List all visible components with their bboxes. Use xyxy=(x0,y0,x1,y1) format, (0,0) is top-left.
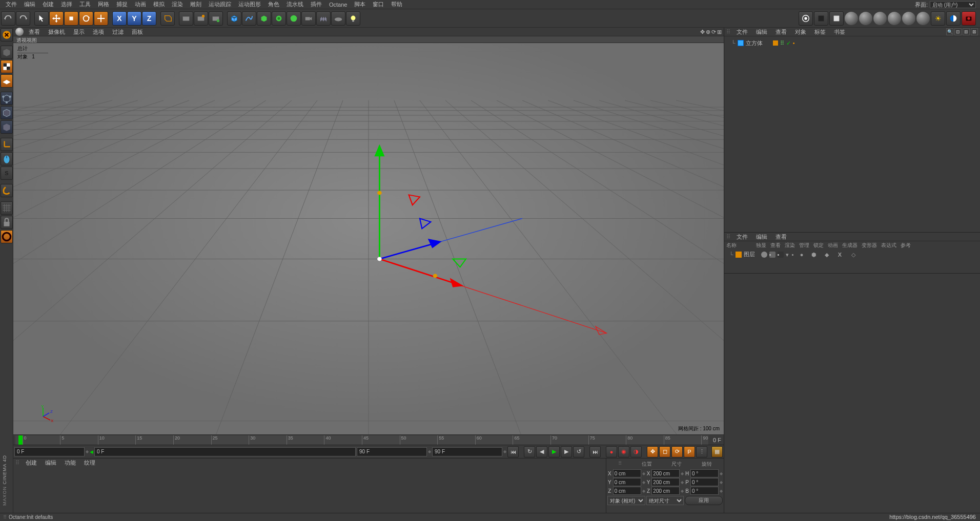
key-move-button[interactable]: ✥ xyxy=(647,446,658,457)
layer-view-icon[interactable]: ▪ xyxy=(769,252,775,258)
menu-item-7[interactable]: 动画 xyxy=(131,0,150,9)
current-frame-field[interactable] xyxy=(94,447,356,456)
mouse-tool[interactable] xyxy=(1,152,13,165)
view-nav-1[interactable]: ✥ xyxy=(700,29,705,35)
layer-mgr-icon[interactable]: ▾ xyxy=(786,252,790,258)
start-frame-field[interactable] xyxy=(14,447,85,456)
menu-item-9[interactable]: 渲染 xyxy=(168,0,187,9)
objmgr-cfg-1[interactable]: ⊟ xyxy=(954,28,962,35)
mat-menu-1[interactable]: 编辑 xyxy=(43,459,58,467)
layer-lock-icon[interactable]: ▪ xyxy=(792,252,798,258)
modeling-tool[interactable] xyxy=(1,184,13,197)
render-settings-button[interactable] xyxy=(194,11,208,26)
key-rotate-button[interactable]: ⟳ xyxy=(671,446,683,457)
vis-editor-icon[interactable] xyxy=(773,40,778,46)
generator-button[interactable] xyxy=(257,11,271,26)
layer-row[interactable]: └ 图层 ▪ ▪ ▾ ▪ ● ⬢ ◆ X ◇ xyxy=(724,249,980,259)
menu-item-11[interactable]: 运动跟踪 xyxy=(205,0,235,9)
autokey-button[interactable]: ◉ xyxy=(618,446,629,457)
size-Y[interactable] xyxy=(651,478,680,486)
shader-sphere-4[interactable] xyxy=(888,12,901,25)
render-region-button[interactable] xyxy=(209,11,223,26)
prev-frame-button[interactable]: ◀ xyxy=(536,446,547,457)
key-param-button[interactable]: P xyxy=(684,446,695,457)
render-view-button[interactable] xyxy=(179,11,193,26)
grid-plane-icon[interactable] xyxy=(316,11,331,26)
goto-start-button[interactable]: ⏮ xyxy=(507,446,519,457)
objmgr-menu-0[interactable]: 文件 xyxy=(734,28,750,36)
select-tool[interactable] xyxy=(34,11,49,26)
layermgr-menu-1[interactable]: 编辑 xyxy=(754,233,769,241)
attribute-manager[interactable] xyxy=(724,274,980,519)
mat-menu-3[interactable]: 纹理 xyxy=(82,459,97,467)
mat-menu-0[interactable]: 创建 xyxy=(24,459,39,467)
view-menu-1[interactable]: 摄像机 xyxy=(45,28,68,36)
layer-color-swatch[interactable] xyxy=(736,252,742,258)
view-menu-3[interactable]: 选项 xyxy=(90,28,107,36)
view-nav-4[interactable]: ⊞ xyxy=(717,29,722,35)
menu-item-0[interactable]: 文件 xyxy=(2,0,21,9)
layer-solo-icon[interactable] xyxy=(761,252,767,258)
z-axis-button[interactable]: Z xyxy=(142,11,156,26)
coord-mode-select[interactable]: 对象 (相对) xyxy=(607,496,645,505)
menu-item-14[interactable]: 流水线 xyxy=(283,0,307,9)
make-editable-button[interactable] xyxy=(1,28,13,41)
layer-col-1[interactable]: 独显 xyxy=(756,242,766,249)
coord-system-button[interactable] xyxy=(160,11,175,26)
menu-item-17[interactable]: 脚本 xyxy=(351,0,369,9)
view-nav-2[interactable]: ⊕ xyxy=(706,29,710,35)
layer-col-6[interactable]: 动画 xyxy=(828,242,838,249)
key-opt-2[interactable]: ▦ xyxy=(711,446,723,457)
rot-Z[interactable] xyxy=(690,487,719,495)
menu-item-16[interactable]: Octane xyxy=(325,1,351,9)
end-frame-field[interactable] xyxy=(432,447,502,456)
objmgr-cfg-3[interactable]: ⊠ xyxy=(971,28,978,35)
layer-gen-icon[interactable]: ⬢ xyxy=(811,252,823,258)
menu-item-2[interactable]: 创建 xyxy=(39,0,57,9)
object-tree[interactable]: └ 立方体 ⠿ ✓ • xyxy=(724,36,980,232)
floor-button[interactable] xyxy=(331,11,345,26)
timeline-ruler[interactable]: 051015202530354045505560657075808590 (fu… xyxy=(13,434,724,445)
menu-item-10[interactable]: 雕刻 xyxy=(187,0,205,9)
layout-dropdown[interactable]: 启动 (用户) xyxy=(930,1,976,8)
camera-button[interactable] xyxy=(301,11,316,26)
shader-btn-3[interactable] xyxy=(829,11,844,26)
layer-expr-icon[interactable]: X xyxy=(838,252,849,258)
pos-X[interactable] xyxy=(613,469,641,477)
layermgr-menu-0[interactable]: 文件 xyxy=(734,233,750,241)
polygon-mode-button[interactable] xyxy=(1,120,13,134)
play-button[interactable]: ▶ xyxy=(548,446,560,457)
layer-col-10[interactable]: 参考 xyxy=(901,242,911,249)
objmgr-search-icon[interactable]: 🔍 xyxy=(946,28,953,35)
menu-item-6[interactable]: 捕捉 xyxy=(113,0,131,9)
menu-item-4[interactable]: 工具 xyxy=(76,0,94,9)
point-mode-button[interactable] xyxy=(1,92,13,105)
goto-end-button[interactable]: ⏭ xyxy=(589,446,601,457)
apply-button[interactable]: 应用 xyxy=(685,496,723,505)
layer-col-4[interactable]: 管理 xyxy=(799,242,809,249)
objmgr-menu-4[interactable]: 标签 xyxy=(812,28,828,36)
model-mode-button[interactable] xyxy=(1,46,13,59)
rot-X[interactable] xyxy=(690,469,719,477)
layer-ref-icon[interactable]: ◇ xyxy=(851,252,858,258)
next-key-button[interactable]: ↺ xyxy=(573,446,584,457)
y-axis-button[interactable]: Y xyxy=(127,11,141,26)
mat-menu-2[interactable]: 功能 xyxy=(63,459,78,467)
key-opt-1[interactable]: ⋮ xyxy=(696,446,707,457)
viewport-3d[interactable]: 总计 对象 1 网格间距 : 100 cm Y Z X xyxy=(13,43,724,434)
undo-button[interactable] xyxy=(1,11,15,26)
nav-axes-icon[interactable]: Y Z X xyxy=(34,404,54,424)
snap-tool[interactable]: S xyxy=(1,166,13,180)
viewport-home-icon[interactable] xyxy=(15,28,24,36)
menu-item-3[interactable]: 选择 xyxy=(57,0,76,9)
shader-sphere-3[interactable] xyxy=(873,12,887,25)
layer-col-7[interactable]: 生成器 xyxy=(842,242,858,249)
axis-tool[interactable] xyxy=(1,138,13,151)
view-menu-0[interactable]: 查看 xyxy=(26,28,43,36)
objmgr-menu-2[interactable]: 查看 xyxy=(773,28,789,36)
layer-col-8[interactable]: 变形器 xyxy=(862,242,877,249)
shader-sphere-6[interactable] xyxy=(916,12,930,25)
last-tool[interactable] xyxy=(94,11,108,26)
view-menu-2[interactable]: 显示 xyxy=(70,28,88,36)
layer-col-2[interactable]: 查看 xyxy=(770,242,781,249)
